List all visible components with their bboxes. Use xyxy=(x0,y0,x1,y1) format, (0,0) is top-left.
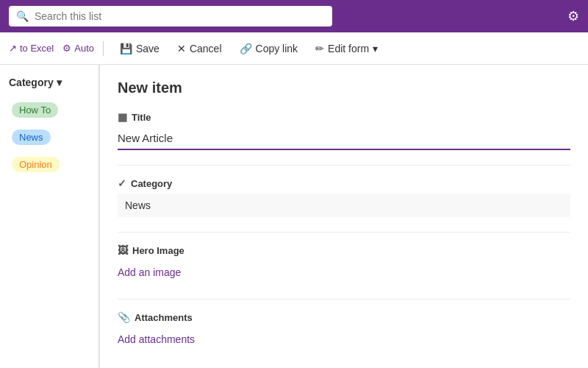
hero-image-field-label: 🖼 Hero Image xyxy=(118,244,570,256)
search-box[interactable]: 🔍 xyxy=(9,6,332,26)
image-field-icon: 🖼 xyxy=(118,244,128,256)
form-title: New item xyxy=(118,79,570,96)
add-image-link[interactable]: Add an image xyxy=(118,261,181,284)
news-badge: News xyxy=(12,130,51,145)
category-field-label: ✓ Category xyxy=(118,177,570,189)
field-separator-1 xyxy=(118,165,570,166)
cancel-toolbar-button[interactable]: ✕ Cancel xyxy=(170,38,229,59)
chevron-down-icon: ▾ xyxy=(373,43,378,54)
export-excel-button[interactable]: ↗ to Excel xyxy=(9,43,54,54)
hero-image-field-group: 🖼 Hero Image Add an image xyxy=(118,244,570,284)
title-field-label: ▦ Title xyxy=(118,111,570,123)
category-value[interactable]: News xyxy=(118,194,570,217)
search-icon: 🔍 xyxy=(16,10,29,22)
cancel-icon: ✕ xyxy=(177,43,186,54)
save-toolbar-button[interactable]: 💾 Save xyxy=(112,38,167,59)
automate-icon: ⚙ xyxy=(62,43,71,54)
main-layout: Category ▾ How To News Opinion New item … xyxy=(0,65,588,368)
toolbar-left: ↗ to Excel ⚙ Auto xyxy=(9,43,94,54)
title-input[interactable] xyxy=(118,127,570,150)
title-field-icon: ▦ xyxy=(118,111,127,123)
toolbar: ↗ to Excel ⚙ Auto 💾 Save ✕ Cancel 🔗 Copy… xyxy=(0,32,588,65)
search-input[interactable] xyxy=(35,10,325,22)
category-field-group: ✓ Category News xyxy=(118,177,570,217)
top-bar: 🔍 ⚙ xyxy=(0,0,588,32)
category-label: Category xyxy=(9,77,54,88)
toolbar-actions: 💾 Save ✕ Cancel 🔗 Copy link ✏ Edit form … xyxy=(112,38,385,59)
form-panel: New item ▦ Title ✓ Category News 🖼 Hero … xyxy=(99,65,588,368)
toolbar-divider xyxy=(103,41,104,56)
sidebar-item-opinion[interactable]: Opinion xyxy=(6,153,93,176)
edit-form-button[interactable]: ✏ Edit form ▾ xyxy=(308,38,385,59)
automate-button[interactable]: ⚙ Auto xyxy=(62,43,94,54)
attachment-icon: 📎 xyxy=(118,311,130,323)
attachments-field-group: 📎 Attachments Add attachments xyxy=(118,311,570,351)
sidebar-item-howto[interactable]: How To xyxy=(6,99,93,121)
field-separator-3 xyxy=(118,299,570,300)
category-field-icon: ✓ xyxy=(118,177,126,189)
attachments-field-label: 📎 Attachments xyxy=(118,311,570,323)
title-field-group: ▦ Title xyxy=(118,111,570,150)
howto-badge: How To xyxy=(12,102,58,118)
sidebar: Category ▾ How To News Opinion xyxy=(0,65,99,368)
chevron-down-icon: ▾ xyxy=(57,77,62,88)
link-icon: 🔗 xyxy=(240,43,252,54)
copy-link-button[interactable]: 🔗 Copy link xyxy=(232,38,306,59)
sidebar-item-news[interactable]: News xyxy=(6,126,93,149)
sidebar-category-header[interactable]: Category ▾ xyxy=(6,74,93,91)
export-icon: ↗ xyxy=(9,43,17,54)
save-icon: 💾 xyxy=(120,43,132,54)
edit-icon: ✏ xyxy=(315,43,324,54)
add-attachments-link[interactable]: Add attachments xyxy=(118,328,195,351)
opinion-badge: Opinion xyxy=(12,157,60,172)
field-separator-2 xyxy=(118,232,570,233)
gear-icon[interactable]: ⚙ xyxy=(567,8,579,24)
